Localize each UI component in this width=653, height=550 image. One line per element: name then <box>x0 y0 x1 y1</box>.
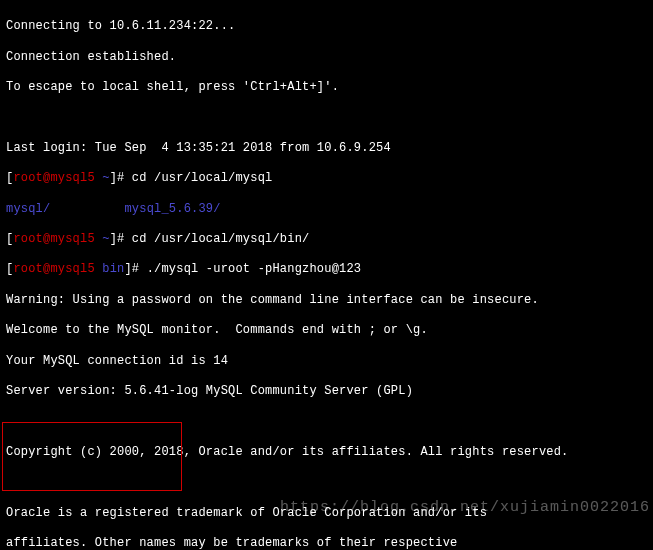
text-line: To escape to local shell, press 'Ctrl+Al… <box>6 80 647 95</box>
text-line: Welcome to the MySQL monitor. Commands e… <box>6 323 647 338</box>
text-line: Connection established. <box>6 50 647 65</box>
prompt-cmd: ]# cd /usr/local/mysql <box>110 171 273 185</box>
blank-line <box>6 414 647 429</box>
prompt-path: ~ <box>95 171 110 185</box>
prompt-user: root@mysql5 <box>13 171 94 185</box>
prompt-path: bin <box>95 262 125 276</box>
tab-option: mysql/ <box>6 202 50 216</box>
prompt-user: root@mysql5 <box>13 262 94 276</box>
prompt-path: ~ <box>95 232 110 246</box>
shell-prompt-line: [root@mysql5 bin]# ./mysql -uroot -pHang… <box>6 262 647 277</box>
text-line: Your MySQL connection id is 14 <box>6 354 647 369</box>
prompt-cmd: ]# cd /usr/local/mysql/bin/ <box>110 232 310 246</box>
prompt-cmd: ]# ./mysql -uroot -pHangzhou@123 <box>124 262 361 276</box>
tab-option: mysql_5.6.39/ <box>50 202 220 216</box>
text-line: Server version: 5.6.41-log MySQL Communi… <box>6 384 647 399</box>
prompt-user: root@mysql5 <box>13 232 94 246</box>
text-line: Connecting to 10.6.11.234:22... <box>6 19 647 34</box>
text-line: affiliates. Other names may be trademark… <box>6 536 647 550</box>
shell-prompt-line: [root@mysql5 ~]# cd /usr/local/mysql/bin… <box>6 232 647 247</box>
text-line: Last login: Tue Sep 4 13:35:21 2018 from… <box>6 141 647 156</box>
text-line: Copyright (c) 2000, 2018, Oracle and/or … <box>6 445 647 460</box>
terminal-output[interactable]: Connecting to 10.6.11.234:22... Connecti… <box>0 0 653 550</box>
blank-line <box>6 475 647 490</box>
shell-prompt-line: [root@mysql5 ~]# cd /usr/local/mysql <box>6 171 647 186</box>
watermark-text: https://blog.csdn.net/xujiamin0022016 <box>280 500 650 515</box>
blank-line <box>6 110 647 125</box>
text-line: Warning: Using a password on the command… <box>6 293 647 308</box>
tab-completion-line: mysql/ mysql_5.6.39/ <box>6 202 647 217</box>
